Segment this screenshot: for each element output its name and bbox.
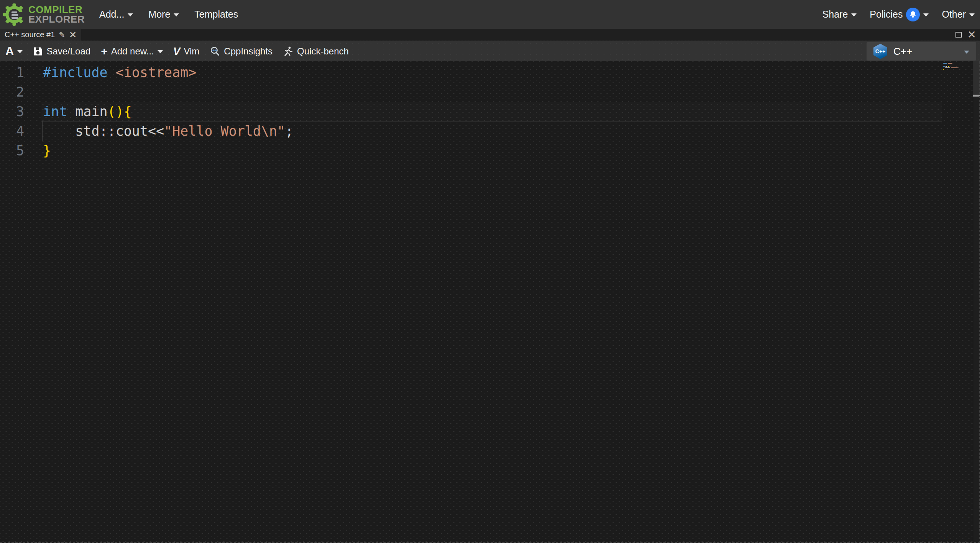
cpp-logo-icon: C++ bbox=[873, 44, 887, 59]
vim-toggle-button[interactable]: V Vim bbox=[173, 45, 200, 57]
code-editor[interactable]: 1#include <iostream>23int main(){4 std::… bbox=[0, 61, 980, 543]
add-new-label: Add new... bbox=[111, 46, 154, 57]
add-new-button[interactable]: + Add new... bbox=[101, 45, 163, 58]
minimap-line bbox=[943, 62, 972, 64]
cppinsights-label: CppInsights bbox=[224, 46, 272, 57]
nav-more-menu[interactable]: More bbox=[148, 9, 179, 20]
nav-add-menu[interactable]: Add... bbox=[99, 9, 133, 20]
code-token: int bbox=[43, 104, 67, 119]
minimap-line bbox=[943, 67, 972, 68]
tab-cpp-source-1[interactable]: C++ source #1 ✎ ✕ bbox=[0, 29, 81, 41]
magnifier-icon: ++ bbox=[210, 46, 220, 57]
chevron-down-icon bbox=[969, 13, 975, 16]
maximize-pane-icon[interactable] bbox=[955, 32, 962, 38]
compiler-explorer-logo[interactable]: COMPILER EXPLORER bbox=[3, 3, 85, 26]
quickbench-label: Quick-bench bbox=[297, 46, 349, 57]
navbar: COMPILER EXPLORER Add... More Templates … bbox=[0, 0, 980, 29]
code-token: #include bbox=[43, 65, 108, 80]
logo-text-compiler: COMPILER bbox=[28, 5, 85, 15]
code-line[interactable]: 2 bbox=[0, 82, 980, 102]
vim-label: Vim bbox=[184, 46, 199, 57]
line-content: std::cout<<"Hello World\n"; bbox=[41, 121, 942, 141]
code-token: std::cout<< bbox=[43, 123, 164, 139]
code-line[interactable]: 1#include <iostream> bbox=[0, 63, 980, 82]
editor-toolbar: A Save/Load + Add new... V Vim ++ CppIns… bbox=[0, 41, 980, 61]
minimap[interactable] bbox=[943, 62, 972, 70]
notification-badge bbox=[906, 8, 920, 21]
code-token: ; bbox=[285, 123, 293, 139]
nav-add-label: Add... bbox=[99, 9, 124, 20]
close-tab-icon[interactable]: ✕ bbox=[69, 30, 77, 39]
svg-text:++: ++ bbox=[213, 48, 217, 52]
line-content bbox=[41, 82, 942, 102]
chevron-down-icon bbox=[17, 50, 23, 53]
code-token: main bbox=[67, 104, 107, 119]
cppinsights-button[interactable]: ++ CppInsights bbox=[210, 46, 272, 57]
code-token: (){ bbox=[108, 104, 132, 119]
line-number: 3 bbox=[0, 102, 24, 121]
code-token: <iostream> bbox=[116, 65, 197, 80]
nav-other-menu[interactable]: Other bbox=[942, 9, 975, 20]
nav-share-label: Share bbox=[822, 9, 848, 20]
minimap-line bbox=[943, 64, 972, 65]
chevron-down-icon bbox=[128, 13, 133, 16]
minimap-token bbox=[943, 66, 945, 67]
rename-tab-icon[interactable]: ✎ bbox=[59, 30, 65, 39]
quick-bench-button[interactable]: Quick-bench bbox=[283, 46, 349, 57]
navbar-left-menu: Add... More Templates bbox=[99, 9, 238, 20]
minimap-token bbox=[948, 63, 952, 64]
code-token: "Hello World\n" bbox=[164, 123, 285, 139]
code-lines: 1#include <iostream>23int main(){4 std::… bbox=[0, 61, 980, 161]
minimap-line bbox=[943, 66, 972, 67]
code-line[interactable]: 3int main(){ bbox=[0, 102, 980, 121]
indent-guide bbox=[42, 121, 43, 141]
line-content: #include <iostream> bbox=[41, 63, 942, 82]
minimap-token bbox=[946, 66, 947, 67]
line-content: int main(){ bbox=[41, 102, 942, 121]
minimap-token bbox=[945, 67, 950, 68]
minimap-line bbox=[943, 69, 972, 70]
pane-window-controls: ✕ bbox=[955, 30, 980, 40]
minimap-token bbox=[959, 67, 959, 68]
pane-tab-bar: C++ source #1 ✎ ✕ ✕ bbox=[0, 29, 980, 41]
code-token bbox=[108, 65, 116, 80]
chevron-down-icon bbox=[851, 13, 857, 16]
line-number: 5 bbox=[0, 141, 24, 161]
nav-more-label: More bbox=[148, 9, 170, 20]
code-line[interactable]: 4 std::cout<<"Hello World\n"; bbox=[0, 121, 980, 141]
line-number: 1 bbox=[0, 63, 24, 82]
chevron-down-icon bbox=[923, 13, 929, 16]
logo-text-explorer: EXPLORER bbox=[28, 15, 85, 24]
minimap-token bbox=[948, 66, 949, 67]
save-load-button[interactable]: Save/Load bbox=[33, 46, 90, 57]
nav-policies-label: Policies bbox=[870, 9, 903, 20]
nav-templates[interactable]: Templates bbox=[194, 9, 238, 20]
vim-icon: V bbox=[173, 45, 181, 57]
line-number: 2 bbox=[0, 82, 24, 102]
plus-icon: + bbox=[101, 45, 108, 58]
chevron-down-icon bbox=[964, 51, 969, 54]
nav-templates-label: Templates bbox=[194, 9, 238, 20]
chevron-down-icon bbox=[174, 13, 179, 16]
save-icon bbox=[33, 46, 43, 56]
font-size-label: A bbox=[5, 44, 14, 58]
code-line[interactable]: 5} bbox=[0, 141, 980, 161]
minimap-token bbox=[951, 67, 958, 68]
nav-policies-menu[interactable]: Policies bbox=[870, 8, 929, 21]
nav-other-label: Other bbox=[942, 9, 966, 20]
code-token: } bbox=[43, 143, 51, 158]
tab-title: C++ source #1 bbox=[5, 30, 55, 39]
font-size-button[interactable]: A bbox=[5, 44, 23, 58]
minimap-token bbox=[943, 63, 947, 64]
language-label: C++ bbox=[893, 46, 912, 57]
nav-share-menu[interactable]: Share bbox=[822, 9, 857, 20]
line-number: 4 bbox=[0, 121, 24, 141]
gear-logo-icon bbox=[3, 3, 25, 26]
line-content: } bbox=[41, 141, 942, 161]
bell-icon bbox=[909, 11, 917, 18]
close-pane-icon[interactable]: ✕ bbox=[967, 30, 976, 40]
language-selector[interactable]: C++ C++ bbox=[867, 42, 976, 61]
navbar-right-menu: Share Policies Other bbox=[822, 8, 975, 21]
save-load-label: Save/Load bbox=[46, 46, 90, 57]
runner-icon bbox=[283, 46, 294, 57]
